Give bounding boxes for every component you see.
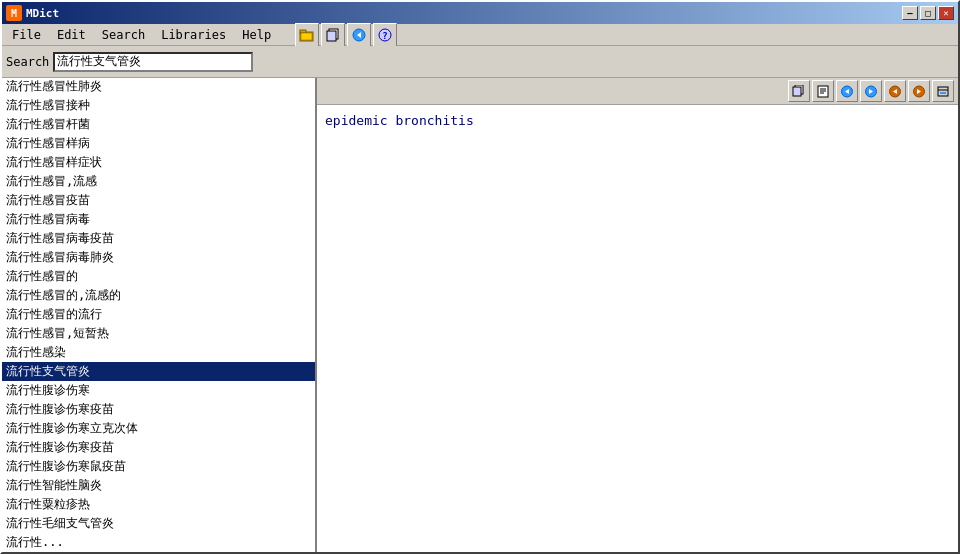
word-list-item[interactable]: 流行性腹诊伤寒立克次体 xyxy=(2,419,315,438)
search-input[interactable] xyxy=(53,52,253,72)
nav-back-button[interactable] xyxy=(836,80,858,102)
window-title: MDict xyxy=(26,7,902,20)
word-list-item[interactable]: 流行性粟粒疹热 xyxy=(2,495,315,514)
svg-rect-1 xyxy=(300,30,306,33)
word-list-item[interactable]: 流行性感冒病毒肺炎 xyxy=(2,248,315,267)
word-list-item[interactable]: 流行性感冒样病 xyxy=(2,134,315,153)
svg-rect-10 xyxy=(793,87,801,96)
word-list-item[interactable]: 流行性感冒样症状 xyxy=(2,153,315,172)
svg-rect-25 xyxy=(940,92,946,94)
word-list-item[interactable]: 流行性感冒性肺炎 xyxy=(2,78,315,96)
word-list-item[interactable]: 流行性支气管炎 xyxy=(2,362,315,381)
search-label: Search xyxy=(6,55,49,69)
word-list-item[interactable]: 流行性腹诊伤寒鼠疫苗 xyxy=(2,457,315,476)
svg-text:?: ? xyxy=(382,31,387,41)
definition-toolbar xyxy=(317,78,958,105)
expand-button[interactable] xyxy=(932,80,954,102)
menu-libraries[interactable]: Libraries xyxy=(153,26,234,44)
word-list-item[interactable]: 流行性毛细支气管炎 xyxy=(2,514,315,533)
word-list-item[interactable]: 流行性感冒病毒 xyxy=(2,210,315,229)
word-list-item[interactable]: 流行性腹诊伤寒疫苗 xyxy=(2,438,315,457)
word-list-item[interactable]: 流行性智能性脑炎 xyxy=(2,476,315,495)
word-list-item[interactable]: 流行性感冒,短暂热 xyxy=(2,324,315,343)
search-area: Search xyxy=(2,46,958,78)
word-list-item[interactable]: 流行性感冒,流感 xyxy=(2,172,315,191)
menu-file[interactable]: File xyxy=(4,26,49,44)
copy2-button[interactable] xyxy=(812,80,834,102)
svg-rect-4 xyxy=(327,31,336,41)
word-list-item[interactable]: 流行性感冒疫苗 xyxy=(2,191,315,210)
nav-back2-button[interactable] xyxy=(884,80,906,102)
word-list[interactable]: 流行性支气管炎流行性感冒性咽炎流行性感冒性哮吼流行性感冒性喉炎流行性感冒性支气管… xyxy=(2,78,315,552)
definition-text: epidemic bronchitis xyxy=(325,113,950,128)
word-list-panel: 流行性支气管炎流行性感冒性咽炎流行性感冒性哮吼流行性感冒性喉炎流行性感冒性支气管… xyxy=(2,78,317,552)
word-list-item[interactable]: 流行性腹诊伤寒疫苗 xyxy=(2,400,315,419)
word-list-item[interactable]: 流行性感冒的 xyxy=(2,267,315,286)
menu-edit[interactable]: Edit xyxy=(49,26,94,44)
close-button[interactable]: ✕ xyxy=(938,6,954,20)
svg-rect-2 xyxy=(301,33,312,40)
copy-button[interactable] xyxy=(321,23,345,47)
help-button[interactable]: ? xyxy=(373,23,397,47)
nav-fwd2-button[interactable] xyxy=(908,80,930,102)
title-bar: M MDict — □ ✕ xyxy=(2,2,958,24)
word-list-item[interactable]: 流行性感染 xyxy=(2,343,315,362)
menu-search[interactable]: Search xyxy=(94,26,153,44)
menu-bar: File Edit Search Libraries Help xyxy=(2,24,958,46)
svg-rect-23 xyxy=(938,87,948,96)
word-list-item[interactable]: 流行性感冒接种 xyxy=(2,96,315,115)
word-list-item[interactable]: 流行性感冒的流行 xyxy=(2,305,315,324)
app-icon: M xyxy=(6,5,22,21)
word-list-item[interactable]: 流行性... xyxy=(2,533,315,552)
open-button[interactable] xyxy=(295,23,319,47)
word-list-item[interactable]: 流行性感冒的,流感的 xyxy=(2,286,315,305)
main-content: 流行性支气管炎流行性感冒性咽炎流行性感冒性哮吼流行性感冒性喉炎流行性感冒性支气管… xyxy=(2,78,958,552)
minimize-button[interactable]: — xyxy=(902,6,918,20)
main-window: M MDict — □ ✕ File Edit Search Libraries… xyxy=(0,0,960,554)
menu-help[interactable]: Help xyxy=(234,26,279,44)
word-list-item[interactable]: 流行性感冒病毒疫苗 xyxy=(2,229,315,248)
word-list-item[interactable]: 流行性感冒杆菌 xyxy=(2,115,315,134)
definition-panel: epidemic bronchitis xyxy=(317,105,958,552)
back-button[interactable] xyxy=(347,23,371,47)
nav-fwd-button[interactable] xyxy=(860,80,882,102)
word-list-item[interactable]: 流行性腹诊伤寒 xyxy=(2,381,315,400)
maximize-button[interactable]: □ xyxy=(920,6,936,20)
window-controls: — □ ✕ xyxy=(902,6,954,20)
copy-def-button[interactable] xyxy=(788,80,810,102)
